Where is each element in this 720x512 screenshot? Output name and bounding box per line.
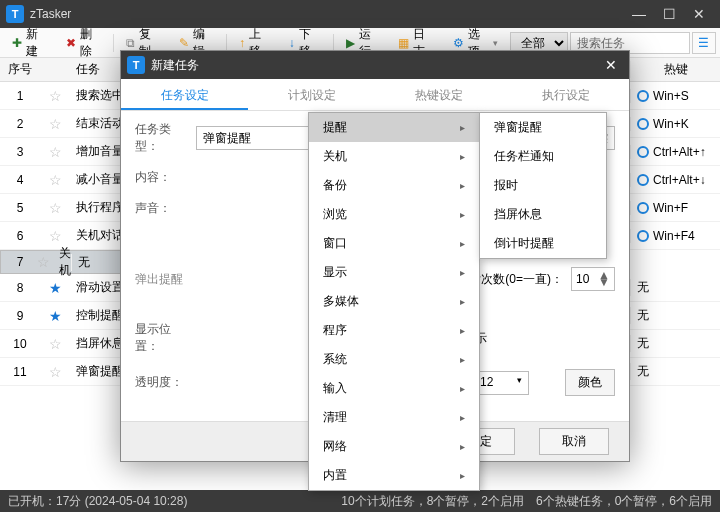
type-dropdown: 提醒▸关机▸备份▸浏览▸窗口▸显示▸多媒体▸程序▸系统▸输入▸清理▸网络▸内置▸ (308, 112, 480, 491)
dropdown-item[interactable]: 网络▸ (309, 432, 479, 461)
row-number: 3 (0, 145, 40, 159)
dropdown-item[interactable]: 关机▸ (309, 142, 479, 171)
modal-title: 新建任务 (151, 57, 599, 74)
submenu-item[interactable]: 挡屏休息 (480, 200, 606, 229)
label-pos: 显示位置： (135, 321, 191, 355)
modal-tab[interactable]: 执行设定 (502, 79, 629, 110)
label-extra: 弹出提醒 (135, 271, 207, 288)
star-icon[interactable]: ☆ (40, 144, 70, 160)
row-hotkey: 无 (630, 335, 720, 352)
row-hotkey: Win+F (630, 201, 720, 215)
star-icon[interactable]: ☆ (40, 364, 70, 380)
font-size-select[interactable]: 12▾ (473, 371, 529, 395)
dropdown-item[interactable]: 内置▸ (309, 461, 479, 490)
row-hotkey: Ctrl+Alt+↓ (630, 173, 720, 187)
dropdown-item[interactable]: 输入▸ (309, 374, 479, 403)
col-hotkey: 热键 (630, 61, 720, 78)
app-logo: T (6, 5, 24, 23)
modal-logo: T (127, 56, 145, 74)
row-hotkey: 无 (630, 363, 720, 380)
row-number: 6 (0, 229, 40, 243)
row-hotkey: Win+S (630, 89, 720, 103)
submenu-item[interactable]: 弹窗提醒 (480, 113, 606, 142)
dropdown-item[interactable]: 显示▸ (309, 258, 479, 287)
star-icon[interactable]: ★ (40, 308, 70, 324)
modal-tab[interactable]: 任务设定 (121, 79, 248, 110)
modal-close-button[interactable]: ✕ (599, 57, 623, 73)
table-row[interactable]: 7 ☆ 关机 无 (0, 250, 140, 274)
row-number: 10 (0, 337, 40, 351)
status-left: 已开机：17分 (2024-05-04 10:28) (8, 493, 187, 510)
row-number: 1 (0, 89, 40, 103)
label-type: 任务类型： (135, 121, 188, 155)
dropdown-item[interactable]: 系统▸ (309, 345, 479, 374)
label-opacity: 透明度： (135, 374, 191, 391)
modal-tab[interactable]: 热键设定 (375, 79, 502, 110)
dropdown-item[interactable]: 多媒体▸ (309, 287, 479, 316)
star-icon[interactable]: ☆ (40, 116, 70, 132)
status-right: 10个计划任务，8个暂停，2个启用 6个热键任务，0个暂停，6个启用 (341, 493, 712, 510)
cancel-button[interactable]: 取消 (539, 428, 609, 455)
row-number: 5 (0, 201, 40, 215)
app-title: zTasker (30, 7, 624, 21)
submenu-item[interactable]: 报时 (480, 171, 606, 200)
row-hotkey: Ctrl+Alt+↑ (630, 145, 720, 159)
star-icon[interactable]: ☆ (40, 228, 70, 244)
minimize-button[interactable]: — (624, 6, 654, 22)
row-hotkey: Win+F4 (630, 229, 720, 243)
row-number: 2 (0, 117, 40, 131)
row-number: 9 (0, 309, 40, 323)
row-hotkey: Win+K (630, 117, 720, 131)
star-icon[interactable]: ☆ (40, 88, 70, 104)
row-number: 8 (0, 281, 40, 295)
dropdown-item[interactable]: 窗口▸ (309, 229, 479, 258)
type-submenu: 弹窗提醒任务栏通知报时挡屏休息倒计时提醒 (479, 112, 607, 259)
delay-spinner[interactable]: 10▲▼ (571, 267, 615, 291)
star-icon[interactable]: ☆ (33, 254, 53, 270)
dropdown-item[interactable]: 浏览▸ (309, 200, 479, 229)
modal-tab[interactable]: 计划设定 (248, 79, 375, 110)
label-sound: 声音： (135, 200, 191, 217)
color-button[interactable]: 颜色 (565, 369, 615, 396)
submenu-item[interactable]: 任务栏通知 (480, 142, 606, 171)
dropdown-item[interactable]: 清理▸ (309, 403, 479, 432)
star-icon[interactable]: ★ (40, 280, 70, 296)
dropdown-item[interactable]: 提醒▸ (309, 113, 479, 142)
star-icon[interactable]: ☆ (40, 172, 70, 188)
row-number: 4 (0, 173, 40, 187)
row-hotkey: 无 (630, 279, 720, 296)
delete-button[interactable]: ✖删除 (58, 23, 110, 63)
list-menu-button[interactable]: ☰ (692, 32, 716, 54)
star-icon[interactable]: ☆ (40, 336, 70, 352)
col-number: 序号 (0, 61, 40, 78)
row-number: 11 (0, 365, 40, 379)
label-content: 内容： (135, 169, 191, 186)
dropdown-item[interactable]: 程序▸ (309, 316, 479, 345)
close-button[interactable]: ✕ (684, 6, 714, 22)
dropdown-item[interactable]: 备份▸ (309, 171, 479, 200)
star-icon[interactable]: ☆ (40, 200, 70, 216)
row-task: 关机 (53, 245, 71, 279)
row-hotkey: 无 (630, 307, 720, 324)
row-number: 7 (7, 255, 33, 269)
new-button[interactable]: ✚新建 (4, 23, 56, 63)
maximize-button[interactable]: ☐ (654, 6, 684, 22)
submenu-item[interactable]: 倒计时提醒 (480, 229, 606, 258)
